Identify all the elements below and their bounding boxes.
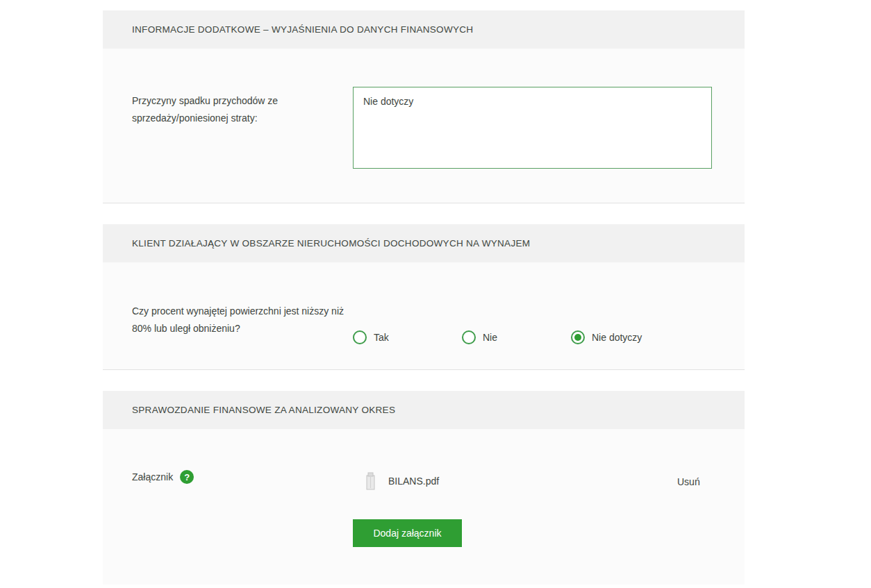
radio-group-procent-wynajetej: Tak Nie Nie dotyczy xyxy=(353,303,680,369)
radio-circle-icon[interactable] xyxy=(353,330,367,344)
przyczyny-spadku-textarea[interactable]: Nie dotyczy xyxy=(353,87,712,169)
radio-label: Nie dotyczy xyxy=(592,332,642,343)
form-page: INFORMACJE DODATKOWE – WYJAŚNIENIA DO DA… xyxy=(103,10,745,585)
section-body-informacje: Przyczyny spadku przychodów ze sprzedaży… xyxy=(103,49,745,203)
question-procent-wynajetej: Czy procent wynajętej powierzchni jest n… xyxy=(132,303,353,369)
section-title: KLIENT DZIAŁAJĄCY W OBSZARZE NIERUCHOMOŚ… xyxy=(132,238,530,249)
section-header-klient: KLIENT DZIAŁAJĄCY W OBSZARZE NIERUCHOMOŚ… xyxy=(103,224,745,262)
add-attachment-button[interactable]: Dodaj załącznik xyxy=(353,519,462,547)
section-title: INFORMACJE DODATKOWE – WYJAŚNIENIA DO DA… xyxy=(132,24,473,35)
section-title: SPRAWOZDANIE FINANSOWE ZA ANALIZOWANY OK… xyxy=(132,405,395,415)
section-header-sprawozdanie: SPRAWOZDANIE FINANSOWE ZA ANALIZOWANY OK… xyxy=(103,391,745,429)
field-label-przyczyny-spadku: Przyczyny spadku przychodów ze sprzedaży… xyxy=(132,87,353,203)
radio-option-nie-dotyczy[interactable]: Nie dotyczy xyxy=(571,305,680,369)
remove-attachment-link[interactable]: Usuń xyxy=(677,476,700,487)
section-body-klient: Czy procent wynajętej powierzchni jest n… xyxy=(103,262,745,370)
attachment-label: Załącznik xyxy=(132,471,173,482)
radio-option-tak[interactable]: Tak xyxy=(353,305,462,369)
radio-option-nie[interactable]: Nie xyxy=(462,305,571,369)
section-klient-nieruchomosci: KLIENT DZIAŁAJĄCY W OBSZARZE NIERUCHOMOŚ… xyxy=(103,224,745,370)
section-sprawozdanie-finansowe: SPRAWOZDANIE FINANSOWE ZA ANALIZOWANY OK… xyxy=(103,391,745,585)
attached-file-name[interactable]: BILANS.pdf xyxy=(388,476,439,487)
section-header-informacje: INFORMACJE DODATKOWE – WYJAŚNIENIA DO DA… xyxy=(103,10,745,49)
document-icon xyxy=(365,472,376,490)
attached-file-row: BILANS.pdf xyxy=(365,472,439,490)
radio-circle-icon[interactable] xyxy=(571,330,585,344)
attachment-label-row: Załącznik ? xyxy=(132,470,194,484)
help-icon[interactable]: ? xyxy=(180,470,194,484)
radio-label: Nie xyxy=(483,332,497,343)
radio-label: Tak xyxy=(374,332,389,343)
section-body-sprawozdanie: Załącznik ? BILANS.pdf Usuń Dodaj załącz… xyxy=(103,429,745,585)
radio-circle-icon[interactable] xyxy=(462,330,476,344)
section-informacje-dodatkowe: INFORMACJE DODATKOWE – WYJAŚNIENIA DO DA… xyxy=(103,10,745,203)
